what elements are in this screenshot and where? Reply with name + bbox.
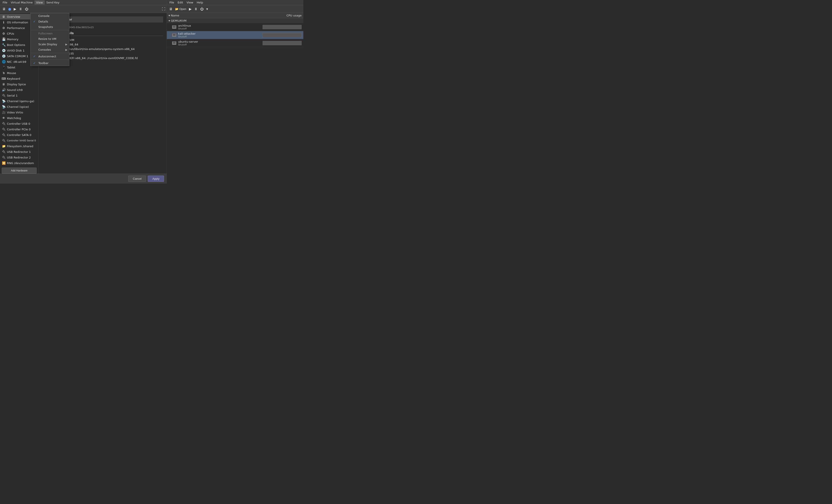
- sidebar-label-keyboard: Keyboard: [7, 77, 20, 80]
- sidebar-item-channel-qemu-ga[interactable]: 📡 Channel (qemu-ga): [0, 98, 38, 104]
- circle-btn[interactable]: ⬤: [7, 7, 12, 11]
- controller-usb0-icon: 🔌: [2, 122, 6, 125]
- separator3: [30, 59, 69, 60]
- archlinux-status: Shutoff: [178, 27, 263, 30]
- keyboard-icon: ⌨: [2, 77, 6, 81]
- play-btn[interactable]: ▶: [13, 6, 17, 11]
- sidebar-item-controller-sata0[interactable]: 🔌 Controller SATA 0: [0, 132, 38, 138]
- ubuntu-name: ubuntu-server: [178, 40, 263, 43]
- sidebar-item-display-spice[interactable]: 🖥 Display Spice: [0, 81, 38, 87]
- sidebar-label-channel-qemu-ga: Channel (qemu-ga): [7, 100, 34, 103]
- col-name-label: Name: [171, 14, 179, 17]
- sidebar-label-filesystem-shared: Filesystem /shared: [7, 145, 33, 148]
- vm-list-item-ubuntu-server[interactable]: ubuntu-server Shutoff: [167, 39, 303, 47]
- kali-status: Shutoff: [178, 35, 263, 38]
- fullscreen-label: Fullscreen: [38, 32, 52, 35]
- menu-item-toolbar[interactable]: ✓ Toolbar: [30, 60, 69, 66]
- resize-to-vm-label: Resize to VM: [38, 37, 56, 40]
- vm-list: archlinux Shutoff kali-attacker Shutoff: [167, 23, 303, 47]
- sidebar-label-virtio-disk1: VirtIO Disk 1: [7, 49, 25, 52]
- group-label: QEMU/KVM: [171, 19, 186, 22]
- sidebar-label-sata-cdrom1: SATA CDROM 1: [7, 55, 28, 58]
- menu-item-snapshots[interactable]: Snapshots: [30, 24, 69, 30]
- right-play-btn[interactable]: ▶: [188, 6, 192, 11]
- scale-display-label: Scale Display: [38, 43, 57, 46]
- sidebar-label-performance: Performance: [7, 26, 25, 30]
- sidebar-item-controller-virtio-serial0[interactable]: 🔌 Controller VirtIO Serial 0: [0, 138, 38, 143]
- menu-item-consoles[interactable]: Consoles ▶: [30, 47, 69, 52]
- kali-cpu-bar: [263, 33, 302, 37]
- sidebar-item-controller-usb0[interactable]: 🔌 Controller USB 0: [0, 121, 38, 127]
- right-menu-help[interactable]: Help: [195, 0, 205, 4]
- menu-send-key[interactable]: Send Key: [45, 0, 61, 4]
- toolbar-label: Toolbar: [38, 61, 49, 65]
- right-vm-icon-btn[interactable]: 🖥: [168, 7, 173, 11]
- vm-list-item-archlinux[interactable]: archlinux Shutoff: [167, 23, 303, 31]
- sidebar-label-display-spice: Display Spice: [7, 83, 26, 86]
- sidebar-item-mouse[interactable]: 🖱 Mouse: [0, 70, 38, 76]
- kali-vm-info: kali-attacker Shutoff: [178, 32, 263, 38]
- menu-virtual-machine[interactable]: Virtual Machine: [9, 0, 34, 4]
- sidebar-label-memory: Memory: [7, 38, 19, 41]
- architecture-value: x86_64: [68, 43, 78, 46]
- usb-redirector1-icon: 🔌: [2, 150, 6, 154]
- open-label: Open: [179, 7, 186, 10]
- right-menu-edit[interactable]: Edit: [176, 0, 185, 4]
- ubuntu-vm-info: ubuntu-server Shutoff: [178, 40, 263, 46]
- vm-list-item-kali-attacker[interactable]: kali-attacker Shutoff: [167, 31, 303, 39]
- toolbar-check-icon: ✓: [33, 61, 36, 65]
- consoles-arrow-icon: ▶: [66, 48, 68, 51]
- svg-rect-0: [173, 26, 176, 28]
- right-pause-btn[interactable]: ⏸: [193, 7, 199, 11]
- kali-vm-icon: [172, 33, 176, 37]
- menu-item-console[interactable]: Console: [30, 13, 69, 19]
- sidebar-item-video-virtio[interactable]: 🎥 Video Virtio: [0, 110, 38, 115]
- monitor-icon-btn[interactable]: 🖥: [1, 7, 6, 11]
- menu-view[interactable]: View: [34, 0, 45, 4]
- pause-btn[interactable]: ⏸: [18, 7, 23, 11]
- sidebar-item-sound-ich9[interactable]: 🔊 Sound ich9: [0, 87, 38, 93]
- autoconnect-check-icon: ✓: [33, 55, 36, 58]
- menu-item-fullscreen[interactable]: Fullscreen: [30, 31, 69, 36]
- menu-item-scale-display[interactable]: Scale Display ▶: [30, 41, 69, 47]
- sidebar-label-tablet: Tablet: [7, 66, 16, 69]
- menu-item-details[interactable]: ✓ Details: [30, 19, 69, 24]
- snapshots-label: Snapshots: [38, 25, 53, 29]
- sidebar-item-keyboard[interactable]: ⌨ Keyboard: [0, 76, 38, 81]
- sidebar-item-usb-redirector2[interactable]: 🔌 USB Redirector 2: [0, 155, 38, 160]
- sidebar-label-controller-usb0: Controller USB 0: [7, 122, 30, 125]
- archlinux-vm-info: archlinux Shutoff: [178, 24, 263, 30]
- apply-button[interactable]: Apply: [148, 175, 164, 182]
- vm-group-header[interactable]: ▾ QEMU/KVM: [167, 18, 303, 23]
- right-power-btn[interactable]: ⏻: [199, 7, 205, 11]
- expand-btn[interactable]: ⛶: [162, 7, 165, 11]
- svg-rect-2: [173, 34, 176, 36]
- sidebar-label-boot-options: Boot Options: [7, 43, 25, 47]
- sidebar-item-controller-pcie0[interactable]: 🔌 Controller PCIe 0: [0, 127, 38, 132]
- right-open-btn[interactable]: 📂 Open: [174, 7, 187, 11]
- menu-item-autoconnect[interactable]: ✓ Autoconnect: [30, 54, 69, 59]
- col-name: ▾ Name: [168, 14, 258, 17]
- add-hardware-button[interactable]: Add Hardware: [2, 168, 36, 174]
- sidebar-label-cpus: CPUs: [7, 32, 14, 35]
- right-arrow-btn[interactable]: ▾: [205, 6, 209, 11]
- nic-icon: 🌐: [2, 60, 6, 64]
- sidebar-item-watchdog[interactable]: 👁 Watchdog: [0, 115, 38, 121]
- menu-item-resize-to-vm[interactable]: Resize to VM: [30, 36, 69, 41]
- svg-rect-1: [173, 28, 175, 28]
- sidebar-item-usb-redirector1[interactable]: 🔌 USB Redirector 1: [0, 149, 38, 155]
- sidebar-item-filesystem-shared[interactable]: 📁 Filesystem /shared: [0, 143, 38, 149]
- right-menu-file[interactable]: File: [168, 0, 176, 4]
- power-btn[interactable]: ⏻: [24, 7, 29, 11]
- sidebar-item-rng-dev-random[interactable]: 🔀 RNG /dev/urandom: [0, 160, 38, 166]
- sidebar-item-serial1[interactable]: 🔌 Serial 1: [0, 93, 38, 98]
- sidebar-label-sound-ich9: Sound ich9: [7, 88, 23, 91]
- left-toolbar: 🖥 ⬤ ▶ ⏸ ⏻ ⛶: [0, 5, 166, 13]
- menu-file[interactable]: File: [1, 0, 9, 4]
- right-menu-view[interactable]: View: [185, 0, 195, 4]
- consoles-label: Consoles: [38, 48, 51, 51]
- sidebar-label-serial1: Serial 1: [7, 94, 18, 97]
- sidebar-item-channel-spice[interactable]: 📡 Channel (spice): [0, 104, 38, 110]
- tablet-icon: 📱: [2, 65, 6, 69]
- cancel-button[interactable]: Cancel: [128, 175, 146, 182]
